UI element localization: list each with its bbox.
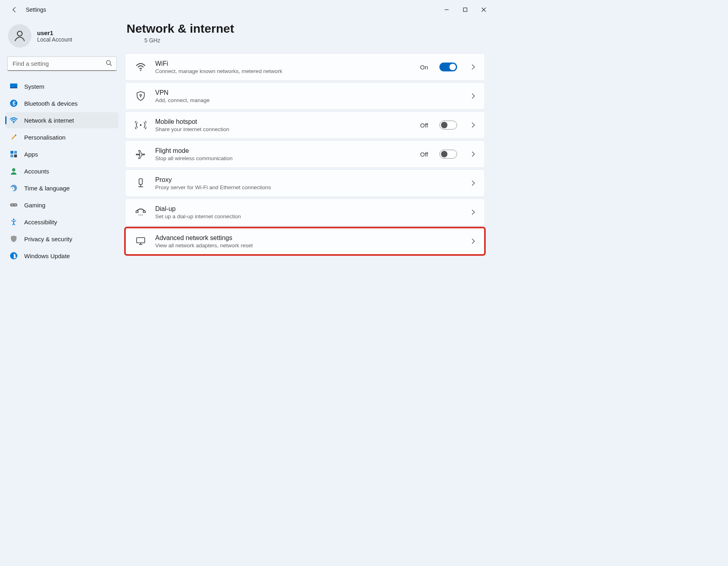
update-icon — [10, 252, 18, 260]
svg-point-2 — [17, 31, 22, 36]
minimize-button[interactable] — [437, 3, 456, 16]
flight-toggle[interactable] — [439, 150, 457, 159]
svg-point-8 — [13, 122, 15, 123]
svg-rect-11 — [10, 155, 13, 157]
svg-rect-1 — [464, 8, 467, 12]
svg-line-4 — [110, 64, 112, 66]
card-text: Dial-up Set up a dial-up internet connec… — [155, 205, 461, 219]
maximize-icon — [463, 7, 468, 12]
sidebar-item-windows-update[interactable]: Windows Update — [6, 248, 119, 264]
card-sub: Add, connect, manage — [155, 97, 461, 103]
clock-globe-icon — [10, 184, 18, 192]
card-proxy[interactable]: Proxy Proxy server for Wi-Fi and Etherne… — [125, 169, 485, 197]
svg-point-21 — [140, 69, 141, 71]
svg-point-3 — [106, 61, 110, 65]
user-block[interactable]: user1 Local Account — [6, 24, 119, 54]
card-vpn[interactable]: VPN Add, connect, manage — [125, 82, 485, 110]
flight-state-label: Off — [420, 151, 428, 158]
body: user1 Local Account System Bluetooth & d… — [0, 19, 493, 383]
proxy-icon — [135, 178, 146, 189]
card-title: Advanced network settings — [155, 234, 461, 242]
minimize-icon — [444, 7, 449, 12]
paintbrush-icon — [10, 133, 18, 141]
svg-rect-10 — [14, 151, 17, 154]
svg-point-22 — [140, 94, 141, 96]
vpn-shield-icon — [135, 90, 146, 102]
search-input[interactable] — [7, 56, 117, 71]
maximize-button[interactable] — [456, 3, 474, 16]
chevron-right-icon — [470, 64, 476, 70]
gamepad-icon — [10, 201, 18, 209]
sidebar-item-time-language[interactable]: Time & language — [6, 180, 119, 196]
sidebar-item-accounts[interactable]: Accounts — [6, 163, 119, 179]
user-text: user1 Local Account — [37, 29, 72, 43]
sidebar-item-label: Bluetooth & devices — [24, 100, 78, 107]
svg-rect-9 — [10, 151, 13, 154]
wifi-icon — [135, 61, 146, 73]
card-sub: Proxy server for Wi-Fi and Ethernet conn… — [155, 184, 461, 190]
airplane-icon — [135, 148, 146, 160]
sidebar-item-label: Apps — [24, 151, 38, 158]
hotspot-toggle[interactable] — [439, 121, 457, 129]
sidebar-item-gaming[interactable]: Gaming — [6, 197, 119, 213]
card-advanced-network[interactable]: Advanced network settings View all netwo… — [125, 228, 485, 255]
avatar — [8, 24, 31, 48]
card-title: VPN — [155, 89, 461, 96]
card-text: Mobile hotspot Share your internet conne… — [155, 118, 411, 132]
sidebar-item-privacy[interactable]: Privacy & security — [6, 231, 119, 247]
svg-rect-12 — [14, 155, 17, 157]
user-sub: Local Account — [37, 36, 72, 43]
svg-rect-6 — [10, 87, 17, 88]
chevron-right-icon — [470, 209, 476, 215]
sidebar-item-label: Time & language — [24, 185, 70, 192]
card-mobile-hotspot[interactable]: Mobile hotspot Share your internet conne… — [125, 111, 485, 139]
sidebar-item-network[interactable]: Network & internet — [6, 112, 119, 128]
monitor-icon — [10, 82, 18, 90]
page-title: Network & internet — [127, 22, 485, 36]
sidebar-item-label: Accounts — [24, 168, 49, 175]
card-flight-mode[interactable]: Flight mode Stop all wireless communicat… — [125, 140, 485, 168]
card-text: VPN Add, connect, manage — [155, 89, 461, 103]
wifi-icon — [10, 116, 18, 124]
accessibility-icon — [10, 218, 18, 226]
arrow-left-icon — [11, 6, 18, 13]
svg-rect-25 — [139, 179, 142, 184]
sidebar-item-system[interactable]: System — [6, 78, 119, 94]
sidebar-item-bluetooth[interactable]: Bluetooth & devices — [6, 95, 119, 111]
wifi-toggle[interactable] — [439, 63, 457, 71]
svg-rect-16 — [10, 203, 17, 207]
sidebar-item-personalisation[interactable]: Personalisation — [6, 129, 119, 145]
sidebar-item-apps[interactable]: Apps — [6, 146, 119, 162]
app-title: Settings — [26, 6, 46, 13]
svg-point-19 — [13, 219, 15, 220]
user-icon — [13, 29, 27, 43]
settings-window: Settings user1 Local Account — [0, 0, 493, 383]
svg-point-30 — [139, 215, 139, 215]
card-dialup[interactable]: Dial-up Set up a dial-up internet connec… — [125, 198, 485, 226]
close-button[interactable] — [474, 3, 493, 16]
back-button[interactable] — [8, 3, 21, 16]
card-title: Flight mode — [155, 147, 411, 155]
card-text: Proxy Proxy server for Wi-Fi and Etherne… — [155, 176, 461, 190]
computer-settings-icon — [135, 236, 146, 247]
main: Network & internet 5 GHz WiFi Connect, m… — [121, 19, 493, 383]
svg-point-32 — [142, 215, 143, 215]
sidebar: user1 Local Account System Bluetooth & d… — [0, 19, 121, 383]
card-wifi[interactable]: WiFi Connect, manage known networks, met… — [125, 53, 485, 81]
sidebar-item-label: System — [24, 83, 44, 90]
card-title: Mobile hotspot — [155, 118, 411, 125]
sidebar-item-accessibility[interactable]: Accessibility — [6, 214, 119, 230]
apps-icon — [10, 150, 18, 158]
chevron-right-icon — [470, 93, 476, 99]
window-controls — [437, 3, 493, 16]
card-sub: Connect, manage known networks, metered … — [155, 68, 411, 74]
sidebar-item-label: Network & internet — [24, 117, 74, 124]
sidebar-item-label: Accessibility — [24, 219, 57, 226]
titlebar: Settings — [0, 0, 493, 19]
chevron-right-icon — [470, 238, 476, 244]
card-text: Advanced network settings View all netwo… — [155, 234, 461, 249]
card-title: WiFi — [155, 60, 411, 67]
card-title: Dial-up — [155, 205, 461, 213]
card-title: Proxy — [155, 176, 461, 184]
page-subtitle: 5 GHz — [144, 37, 485, 44]
